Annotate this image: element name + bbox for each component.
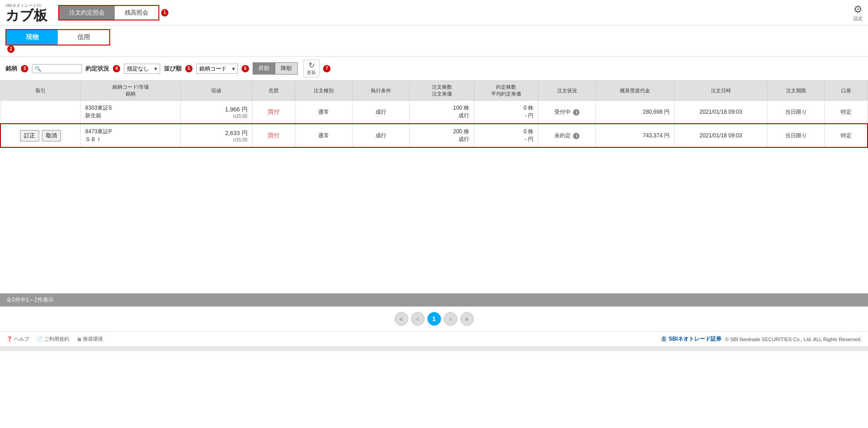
footer-right: 🏦 SBIネオトレード証券 © SBI Neotrade SECURITIES … <box>660 335 862 343</box>
td-price-1: 1,966 円 ⊙15:00 <box>181 101 252 124</box>
tab-shin-you[interactable]: 信用 <box>58 30 109 45</box>
tab-genbutsu[interactable]: 現物 <box>6 30 58 45</box>
narab-select[interactable]: 銘柄コード <box>196 64 238 74</box>
th-code-meigar: 銘柄コード/市場銘柄 <box>81 81 181 101</box>
orders-table: 取引 銘柄コード/市場銘柄 現値 売買 注文種別 執行条件 注文株数注文単価 約… <box>0 81 868 148</box>
copyright-text: © SBI Neotrade SECURITIES Co., Ltd. ALL … <box>725 337 862 342</box>
td-status-2: 未約定 ℹ <box>538 124 596 147</box>
badge-1: 1 <box>161 9 168 16</box>
env-link[interactable]: 🖥 推奨環境 <box>76 336 103 342</box>
badge-7: 7 <box>323 65 330 72</box>
badge-6: 6 <box>242 65 249 72</box>
help-label: ヘルプ <box>14 336 29 342</box>
td-contract-1: 0 株 - 円 <box>474 101 538 124</box>
page-next-button[interactable]: › <box>444 312 457 326</box>
th-status: 注文状況 <box>538 81 596 101</box>
status-text-1: 受付中 <box>554 109 571 115</box>
brand-logo: 🏦 SBIネオトレード証券 <box>660 335 721 343</box>
page-prev-button[interactable]: ‹ <box>411 312 425 326</box>
th-torihiki: 取引 <box>0 81 81 101</box>
td-code-2: 8473東証P ＳＢＩ <box>81 124 181 147</box>
badge-4: 4 <box>113 65 120 72</box>
narab-select-wrap: 銘柄コード ▼ <box>196 64 238 74</box>
order-price-val-1: 成行 <box>414 112 469 120</box>
bottom-footer: ❓ ヘルプ 📄 ご利用規約 🖥 推奨環境 🏦 SBIネオトレード証券 © SBI… <box>0 331 868 347</box>
td-contract-2: 0 株 - 円 <box>474 124 538 147</box>
th-order-shares: 注文株数注文単価 <box>410 81 474 101</box>
th-expiry: 注文期限 <box>767 81 825 101</box>
price-time-2: ⊙15:00 <box>185 137 247 142</box>
td-expiry-1: 当日限り <box>767 101 825 124</box>
td-price-2: 2,633 円 ⊙15:00 <box>181 124 252 147</box>
td-status-1: 受付中 ℹ <box>538 101 596 124</box>
trade-tab-bar: 現物 信用 2 <box>0 25 868 57</box>
th-estimated: 概算受渡代金 <box>596 81 675 101</box>
td-order-shares-1: 100 株 成行 <box>410 101 474 124</box>
order-shares-val-1: 100 株 <box>414 104 469 112</box>
terms-link[interactable]: 📄 ご利用規約 <box>36 336 69 342</box>
trade-toggle: 現物 信用 <box>5 29 110 45</box>
th-contract-shares: 約定株数平均約定単価 <box>474 81 538 101</box>
stock-code-2: 8473東証P <box>85 128 176 136</box>
th-price: 現値 <box>181 81 252 101</box>
fix-button[interactable]: 訂正 <box>20 130 39 141</box>
scrollbar[interactable] <box>0 347 868 351</box>
yakujo-label: 約定状況 <box>86 65 109 73</box>
terms-icon: 📄 <box>36 336 43 342</box>
td-estimated-1: 280,698 円 <box>596 101 675 124</box>
avg-price-1: - 円 <box>479 112 533 120</box>
tab-order-confirmation[interactable]: 注文約定照会 <box>59 6 115 20</box>
footer-links: ❓ ヘルプ 📄 ご利用規約 🖥 推奨環境 <box>6 336 103 342</box>
info-icon-2[interactable]: ℹ <box>573 133 579 139</box>
settings-button[interactable]: ⚙ 設定 <box>853 4 863 22</box>
stock-code-1: 8303東証S <box>85 104 176 112</box>
th-chumon-type: 注文種別 <box>295 81 352 101</box>
terms-label: ご利用規約 <box>44 336 69 342</box>
sort-desc-button[interactable]: 降順 <box>275 62 298 75</box>
td-estimated-2: 743,374 円 <box>596 124 675 147</box>
yakujo-select-wrap: 指定なし ▼ <box>124 64 160 74</box>
refresh-button[interactable]: ↻ 更新 <box>303 60 320 77</box>
help-link[interactable]: ❓ ヘルプ <box>6 336 29 342</box>
page-current-button[interactable]: 1 <box>427 312 441 326</box>
header-tabs: 注文約定照会 残高照会 <box>58 5 159 20</box>
th-order-date: 注文日時 <box>674 81 767 101</box>
info-icon-1[interactable]: ℹ <box>573 109 579 116</box>
th-baibai: 売買 <box>252 81 295 101</box>
price-val-2: 2,633 円 <box>185 129 247 137</box>
td-order-shares-2: 200 株 成行 <box>410 124 474 147</box>
logo-main: カブ板 <box>5 9 47 22</box>
yakujo-select[interactable]: 指定なし <box>124 64 160 74</box>
result-text: 全2件中1～2件表示 <box>6 297 54 303</box>
table-wrap: 取引 銘柄コード/市場銘柄 現値 売買 注文種別 執行条件 注文株数注文単価 約… <box>0 81 868 148</box>
contract-shares-1: 0 株 <box>479 104 533 112</box>
search-box: 🔍 <box>32 64 82 73</box>
td-type-2: 通常 <box>295 124 352 147</box>
page-last-button[interactable]: » <box>460 312 474 326</box>
table-row: 8303東証S 新生銀 1,966 円 ⊙15:00 買付 通常 成行 100 … <box>0 101 868 124</box>
tab-balance[interactable]: 残高照会 <box>115 6 158 20</box>
td-action-2: 訂正 取消 <box>0 124 81 147</box>
badge-3: 3 <box>21 65 28 72</box>
cancel-button[interactable]: 取消 <box>42 130 61 141</box>
pagination: « ‹ 1 › » <box>0 307 868 331</box>
search-input[interactable] <box>43 65 79 72</box>
refresh-label: 更新 <box>307 70 316 76</box>
refresh-icon: ↻ <box>309 61 315 70</box>
td-exec-2: 成行 <box>352 124 410 147</box>
table-header-row: 取引 銘柄コード/市場銘柄 現値 売買 注文種別 執行条件 注文株数注文単価 約… <box>0 81 868 101</box>
badge-5: 5 <box>185 65 193 72</box>
td-account-1: 特定 <box>825 101 868 124</box>
contract-shares-2: 0 株 <box>479 128 533 136</box>
logo-area: SBIネオトレードの カブ板 <box>5 3 47 22</box>
env-icon: 🖥 <box>76 337 81 342</box>
stock-name-1: 新生銀 <box>85 112 176 120</box>
td-exec-1: 成行 <box>352 101 410 124</box>
header-right: ⚙ 設定 <box>853 4 863 22</box>
td-account-2: 特定 <box>825 124 868 147</box>
sort-asc-button[interactable]: 昇順 <box>253 62 275 75</box>
page-first-button[interactable]: « <box>395 312 408 326</box>
price-time-1: ⊙15:00 <box>185 114 247 119</box>
status-text-2: 未約定 <box>554 132 571 139</box>
td-type-1: 通常 <box>295 101 352 124</box>
